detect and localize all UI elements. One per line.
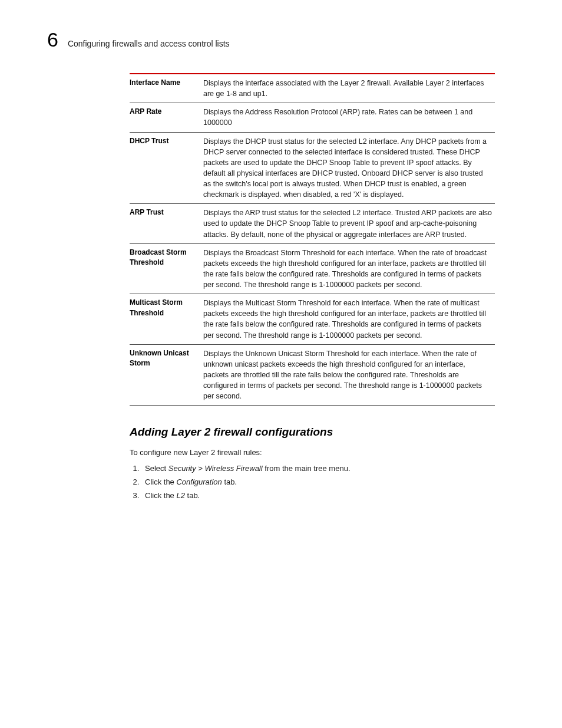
page-header: 6 Configuring firewalls and access contr… [47, 29, 503, 50]
step-italic: L2 [176, 491, 184, 500]
subsection-intro: To configure new Layer 2 firewall rules: [130, 448, 503, 457]
term-cell: ARP Rate [130, 103, 201, 132]
term-cell: ARP Trust [130, 204, 201, 243]
chapter-title: Configuring firewalls and access control… [68, 39, 230, 48]
page-content: Interface Name Displays the interface as… [130, 73, 503, 500]
table-row: DHCP Trust Displays the DHCP trust statu… [130, 132, 495, 204]
table-row: ARP Trust Displays the ARP trust status … [130, 204, 495, 243]
table-row: Multicast Storm Threshold Displays the M… [130, 294, 495, 345]
table-row: Unknown Unicast Storm Displays the Unkno… [130, 344, 495, 406]
table-row: Broadcast Storm Threshold Displays the B… [130, 243, 495, 294]
desc-cell: Displays the interface associated with t… [201, 74, 495, 103]
table-row: ARP Rate Displays the Address Resolution… [130, 103, 495, 132]
table-row: Interface Name Displays the interface as… [130, 74, 495, 103]
term-cell: Broadcast Storm Threshold [130, 243, 201, 294]
term-cell: DHCP Trust [130, 132, 201, 204]
step-post: tab. [185, 491, 200, 500]
step-italic: Security > Wireless Firewall [168, 464, 263, 473]
desc-cell: Displays the ARP trust status for the se… [201, 204, 495, 243]
term-cell: Unknown Unicast Storm [130, 344, 201, 406]
step-post: from the main tree menu. [263, 464, 351, 473]
term-cell: Multicast Storm Threshold [130, 294, 201, 345]
term-cell: Interface Name [130, 74, 201, 103]
definition-table: Interface Name Displays the interface as… [130, 73, 495, 406]
step-pre: Select [145, 464, 168, 473]
step-italic: Configuration [176, 477, 222, 486]
list-item: Select Security > Wireless Firewall from… [141, 464, 503, 473]
subsection-heading: Adding Layer 2 firewall configurations [130, 426, 503, 439]
chapter-number: 6 [47, 29, 58, 50]
desc-cell: Displays the Address Resolution Protocol… [201, 103, 495, 132]
desc-cell: Displays the Unknown Unicast Storm Thres… [201, 344, 495, 406]
list-item: Click the Configuration tab. [141, 477, 503, 486]
list-item: Click the L2 tab. [141, 491, 503, 500]
desc-cell: Displays the Multicast Storm Threshold f… [201, 294, 495, 345]
step-pre: Click the [145, 477, 176, 486]
step-pre: Click the [145, 491, 176, 500]
steps-list: Select Security > Wireless Firewall from… [130, 464, 503, 500]
document-page: 6 Configuring firewalls and access contr… [0, 0, 562, 728]
desc-cell: Displays the Broadcast Storm Threshold f… [201, 243, 495, 294]
desc-cell: Displays the DHCP trust status for the s… [201, 132, 495, 204]
step-post: tab. [222, 477, 237, 486]
